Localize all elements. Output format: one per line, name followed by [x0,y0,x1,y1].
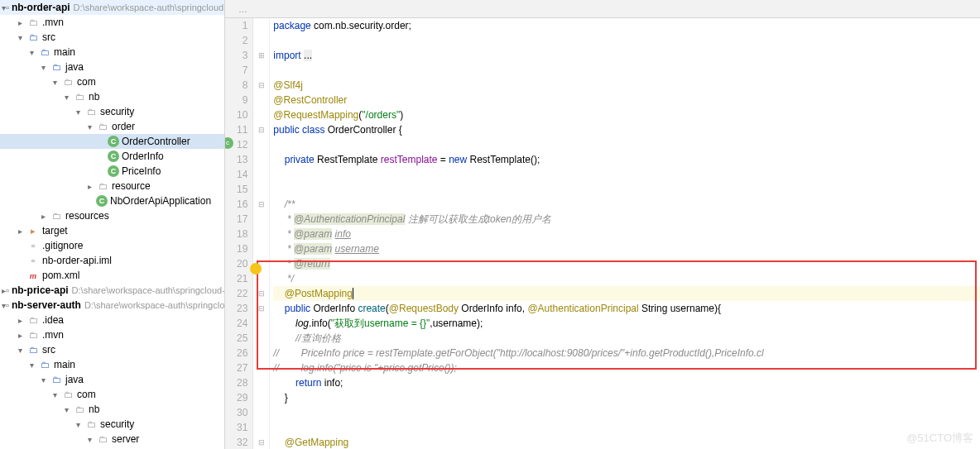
tree-item-.mvn[interactable]: ▸🗀.mvn [0,327,224,342]
tree-item-.gitignore[interactable]: ▫.gitignore [0,238,224,253]
tree-item-com[interactable]: ▾🗀com [0,74,224,89]
code-line-7[interactable] [273,63,980,78]
tree-item-security[interactable]: ▾🗀security [0,417,224,432]
chevron-icon[interactable]: ▸ [13,227,26,236]
code-line-26[interactable]: // PriceInfo price = restTemplate.getFor… [273,346,980,361]
tree-item-order[interactable]: ▾🗀order [0,119,224,134]
chevron-icon[interactable]: ▾ [60,405,73,414]
tree-item-server[interactable]: ▾🗀server [0,432,224,447]
chevron-icon[interactable]: ▾ [36,375,50,385]
fold-toggle[interactable]: ⊟ [253,286,269,301]
chevron-icon[interactable]: ▸ [13,18,26,27]
fold-toggle[interactable]: ⊟ [253,122,269,137]
code-line-8[interactable]: @Slf4j [273,78,980,93]
chevron-icon[interactable]: ▾ [60,93,73,102]
code-line-21[interactable]: */ [273,271,980,286]
tree-item-nb[interactable]: ▾🗀nb [0,402,224,417]
tree-item-nb[interactable]: ▾🗀nb [0,89,224,104]
fold-toggle[interactable] [253,316,269,331]
chevron-icon[interactable]: ▸ [13,331,26,340]
fold-toggle[interactable] [253,137,269,152]
code-line-20[interactable]: * @return [273,256,980,271]
tree-item-main[interactable]: ▾🗀main [0,45,224,60]
fold-toggle[interactable] [253,361,269,375]
tree-item-resources[interactable]: ▸🗀resources [0,208,224,223]
tree-item-nb-order-api.iml[interactable]: ▫nb-order-api.iml [0,253,224,268]
chevron-icon[interactable]: ▾ [71,420,84,429]
chevron-icon[interactable]: ▾ [25,361,38,370]
tree-item-nb-price-api[interactable]: ▸▫nb-price-apiD:\share\workspace-auth\sp… [0,283,224,298]
code-line-30[interactable] [273,405,980,420]
chevron-icon[interactable]: ▾ [48,78,61,87]
editor-tab[interactable]: … [232,2,254,16]
tree-item-src[interactable]: ▾🗀src [0,30,224,45]
chevron-icon[interactable]: ▾ [13,346,26,355]
code-line-31[interactable] [273,420,980,435]
fold-toggle[interactable] [253,405,269,420]
code-line-22[interactable]: @PostMapping [273,286,980,301]
fold-toggle[interactable] [253,331,269,346]
code-line-13[interactable]: private RestTemplate restTemplate = new … [273,152,980,167]
code-content[interactable]: package com.nb.security.order;import ...… [270,18,980,449]
fold-toggle[interactable] [253,390,269,405]
tree-item-src[interactable]: ▾🗀src [0,342,224,357]
code-line-1[interactable]: package com.nb.security.order; [273,18,980,33]
code-line-12[interactable] [273,137,980,152]
chevron-icon[interactable]: ▾ [83,122,96,131]
project-tree-sidebar[interactable]: ▾▫nb-order-apiD:\share\workspace-auth\sp… [0,0,225,449]
tree-item-com[interactable]: ▾🗀com [0,387,224,402]
code-line-2[interactable] [273,33,980,48]
chevron-icon[interactable]: ▾ [25,48,38,57]
tree-item-pom.xml[interactable]: mpom.xml [0,268,224,283]
chevron-icon[interactable]: ▾ [36,63,50,72]
code-line-11[interactable]: public class OrderController { [273,122,980,137]
code-line-16[interactable]: /** [273,197,980,212]
code-line-10[interactable]: @RequestMapping("/orders") [273,107,980,122]
tree-item-.idea[interactable]: ▸🗀.idea [0,313,224,327]
code-line-27[interactable]: // log.info("price is "+price.getPrice()… [273,361,980,375]
fold-toggle[interactable]: ⊞ [253,48,269,63]
fold-toggle[interactable] [253,420,269,435]
code-line-32[interactable]: @GetMapping [273,435,980,449]
code-editor[interactable]: 1237891011c12131415161718192021222324252… [225,18,980,449]
code-line-24[interactable]: log.info("获取到username = {}",username); [273,316,980,331]
chevron-icon[interactable]: ▸ [83,182,96,191]
tree-item-target[interactable]: ▸▸target [0,223,224,238]
fold-toggle[interactable]: ⊟ [253,197,269,212]
code-line-19[interactable]: * @param username [273,241,980,256]
fold-column[interactable]: ⊞⊟⊟⊟⊟⊟⊟⊟ [253,18,270,449]
fold-toggle[interactable]: ⊟ [253,78,269,93]
fold-toggle[interactable] [253,107,269,122]
tree-item-.mvn[interactable]: ▸🗀.mvn [0,15,224,30]
code-line-14[interactable] [273,167,980,182]
tree-item-nborderapiapplication[interactable]: CNbOrderApiApplication [0,193,224,208]
code-line-9[interactable]: @RestController [273,93,980,107]
fold-toggle[interactable] [253,241,269,256]
fold-toggle[interactable]: ⊟ [253,301,269,316]
code-line-28[interactable]: return info; [273,375,980,390]
fold-toggle[interactable] [253,33,269,48]
fold-toggle[interactable] [253,346,269,361]
code-line-25[interactable]: //查询价格 [273,331,980,346]
code-line-23[interactable]: public OrderInfo create(@RequestBody Ord… [273,301,980,316]
chevron-icon[interactable]: ▾ [71,107,84,117]
tree-item-orderinfo[interactable]: COrderInfo [0,149,224,164]
fold-toggle[interactable] [253,375,269,390]
code-line-3[interactable]: import ... [273,48,980,63]
tree-item-resource[interactable]: ▸🗀resource [0,179,224,193]
tree-item-security[interactable]: ▾🗀security [0,104,224,119]
tree-item-priceinfo[interactable]: CPriceInfo [0,164,224,179]
chevron-icon[interactable]: ▾ [13,33,26,42]
chevron-icon[interactable]: ▾ [48,390,61,399]
fold-toggle[interactable] [253,93,269,107]
chevron-icon[interactable]: ▾ [83,435,96,444]
fold-toggle[interactable] [253,227,269,241]
chevron-icon[interactable]: ▸ [36,212,50,221]
tree-item-nb-server-auth[interactable]: ▾▫nb-server-authD:\share\workspace-auth\… [0,298,224,313]
tree-item-ordercontroller[interactable]: COrderController [0,134,224,149]
fold-toggle[interactable] [253,63,269,78]
tree-item-main[interactable]: ▾🗀main [0,357,224,372]
fold-toggle[interactable] [253,182,269,197]
tree-item-nb-order-api[interactable]: ▾▫nb-order-apiD:\share\workspace-auth\sp… [0,0,224,15]
fold-toggle[interactable] [253,212,269,227]
